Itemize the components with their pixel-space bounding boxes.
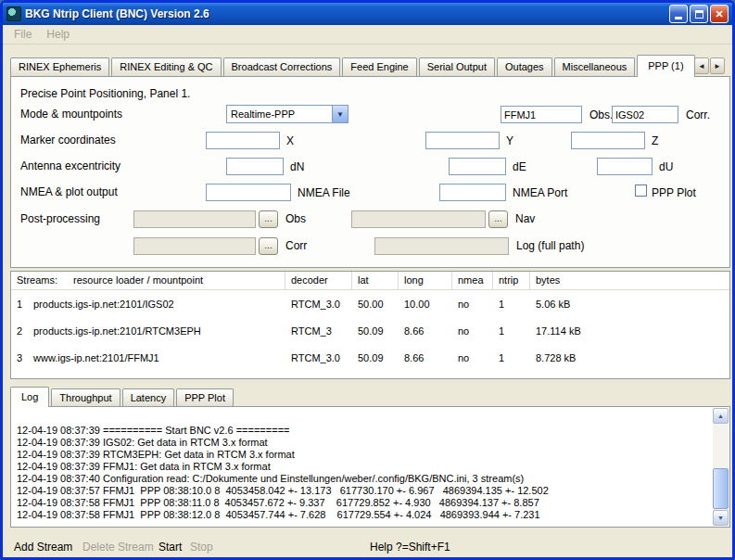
tab-feed-engine[interactable]: Feed Engine [342,57,416,76]
tab-throughput[interactable]: Throughput [51,388,120,406]
cell-nmea: no [452,299,493,310]
tab-ppp-plot[interactable]: PPP Plot [176,388,234,406]
x-label: X [286,134,294,147]
chevron-up-icon: ▲ [717,413,724,419]
post-corr-browse-button[interactable]: ... [259,237,278,255]
cell-decoder: RTCM_3.0 [285,299,352,310]
nmea-port-input[interactable] [439,184,506,201]
corr-label: Corr. [686,108,710,121]
corr-mountpoint-input[interactable] [612,106,678,123]
post-obs-browse-button[interactable]: ... [259,210,278,228]
tab-log[interactable]: Log [10,387,49,407]
obs-label: Obs. [589,108,613,121]
nmea-file-label: NMEA File [298,186,350,199]
row-number: 1 [11,299,28,310]
nmea-port-label: NMEA Port [513,186,567,199]
de-label: dE [513,160,526,173]
tab-rinex-editing-qc[interactable]: RINEX Editing & QC [111,57,221,76]
tab-scroll-right-button[interactable]: ► [710,57,725,74]
tab-ppp-1[interactable]: PPP (1) [637,55,694,77]
log-line: 12-04-19 08:37:39 FFMJ1: Get data in RTC… [17,461,709,473]
minimize-button[interactable] [669,5,688,23]
ppp-panel: Precise Point Positioning, Panel 1. Mode… [10,76,730,268]
close-button[interactable]: ✕ [710,5,729,23]
cell-long: 8.66 [399,325,452,337]
post-corr-field[interactable] [133,237,256,255]
cell-ntrip: 1 [493,352,530,363]
antenna-de-input[interactable] [449,158,506,175]
post-nav-browse-button[interactable]: ... [488,210,508,228]
app-window: BKG Ntrip Client (BNC) Version 2.6 ✕ Fil… [0,0,735,560]
post-obs-field[interactable] [133,210,256,228]
streams-header-long: long [399,272,452,289]
titlebar-buttons: ✕ [667,5,729,23]
antenna-du-input[interactable] [597,158,653,175]
tab-rinex-ephemeris[interactable]: RINEX Ephemeris [10,57,109,76]
streams-header-mountpoint: Streams: resource loader / mountpoint [11,272,285,289]
post-processing-label: Post-processing [20,212,100,225]
log-tabbar: Log Throughput Latency PPP Plot [10,387,235,407]
dn-label: dN [290,160,304,173]
cell-ntrip: 1 [493,325,530,337]
cell-bytes: 8.728 kB [530,352,729,363]
marker-y-input[interactable] [425,132,500,149]
stop-button[interactable]: Stop [190,541,213,554]
antenna-label: Antenna excentricity [20,159,120,172]
tab-outages[interactable]: Outages [497,57,552,76]
nmea-file-input[interactable] [206,184,291,201]
marker-x-input[interactable] [206,132,280,149]
app-icon [6,6,21,21]
start-button[interactable]: Start [158,541,182,554]
post-obs-label: Obs [285,212,306,225]
scroll-up-button[interactable]: ▲ [713,408,729,424]
maximize-button[interactable] [690,5,708,23]
tab-scroll-arrows: ◄ ► [693,57,725,74]
tab-scroll-left-button[interactable]: ◄ [694,57,709,74]
post-corr-label: Corr [285,239,307,252]
menu-help[interactable]: Help [39,26,77,43]
cell-bytes: 17.114 kB [530,325,729,337]
scrollbar-thumb[interactable] [713,468,729,509]
bottom-bar: Add Stream Delete Stream Start Stop Help… [3,532,732,557]
cell-lat: 50.00 [352,299,399,310]
maximize-icon [695,10,703,19]
minimize-icon [675,17,682,19]
table-row[interactable]: 3 www.igs-ip.net:2101/FFMJ1 RTCM_3.0 50.… [11,344,729,371]
mode-label: Mode & mountpoints [20,108,122,121]
tab-broadcast-corrections[interactable]: Broadcast Corrections [223,57,341,76]
ppp-mode-select[interactable]: Realtime-PPP ▼ [226,105,348,123]
menu-file[interactable]: File [6,26,39,43]
post-log-label: Log (full path) [516,239,584,252]
log-scrollbar[interactable]: ▲ ▼ [713,408,729,526]
post-nav-field[interactable] [351,210,486,228]
panel-title: Precise Point Positioning, Panel 1. [20,87,190,100]
table-row[interactable]: 1 products.igs-ip.net:2101/IGS02 RTCM_3.… [11,290,729,317]
main-tabbar: RINEX Ephemeris RINEX Editing & QC Broad… [10,55,725,77]
streams-header-decoder: decoder [285,272,352,289]
tab-serial-output[interactable]: Serial Output [419,57,495,76]
cell-nmea: no [452,352,493,363]
chevron-down-icon: ▼ [332,106,348,122]
obs-mountpoint-input[interactable] [501,106,582,123]
tab-latency[interactable]: Latency [122,388,175,406]
table-row[interactable]: 2 products.igs-ip.net:2101/RTCM3EPH RTCM… [11,317,729,344]
ppp-plot-checkbox[interactable] [635,185,647,197]
cell-decoder: RTCM_3.0 [285,352,352,363]
cell-ntrip: 1 [493,299,530,310]
log-panel: 12-04-19 08:37:39 ========== Start BNC v… [10,406,730,528]
streams-table: Streams: resource loader / mountpoint de… [10,271,730,379]
add-stream-button[interactable]: Add Stream [14,541,72,554]
marker-z-input[interactable] [571,132,645,149]
log-line: 12-04-19 08:37:39 IGS02: Get data in RTC… [17,437,709,449]
antenna-dn-input[interactable] [226,158,284,175]
cell-mountpoint: products.igs-ip.net:2101/RTCM3EPH [28,325,285,337]
streams-caption: Streams: [17,274,57,286]
titlebar[interactable]: BKG Ntrip Client (BNC) Version 2.6 ✕ [3,3,732,25]
delete-stream-button[interactable]: Delete Stream [82,541,154,554]
tab-miscellaneous[interactable]: Miscellaneous [554,57,636,76]
y-label: Y [506,134,513,147]
cell-decoder: RTCM_3 [285,325,352,337]
post-log-field[interactable] [374,237,509,255]
cell-lat: 50.09 [352,325,399,337]
scroll-down-button[interactable]: ▼ [713,510,729,526]
